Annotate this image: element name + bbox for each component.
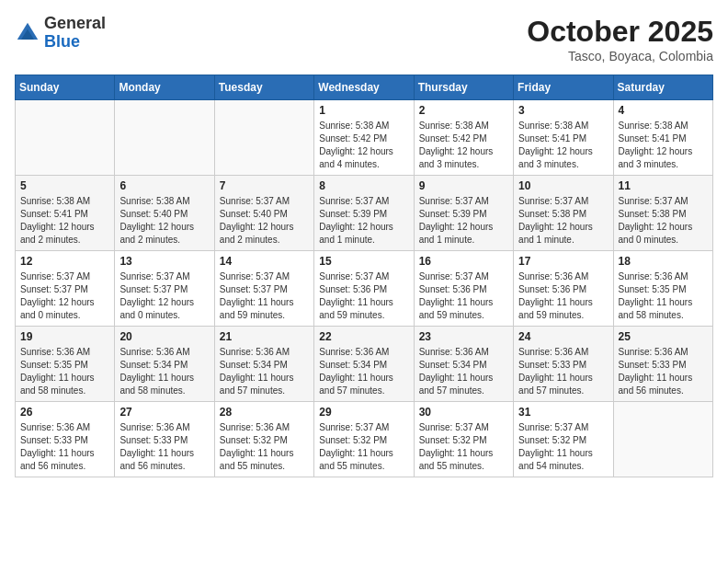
day-number: 8: [319, 179, 408, 192]
calendar-week-row: 19Sunrise: 5:36 AM Sunset: 5:35 PM Dayli…: [16, 327, 713, 402]
day-number: 9: [419, 179, 508, 192]
weekday-header-sunday: Sunday: [16, 75, 115, 100]
day-info: Sunrise: 5:37 AM Sunset: 5:32 PM Dayligh…: [419, 421, 508, 473]
day-number: 14: [220, 255, 309, 268]
calendar-cell: 30Sunrise: 5:37 AM Sunset: 5:32 PM Dayli…: [414, 402, 513, 477]
day-number: 30: [419, 406, 508, 419]
day-info: Sunrise: 5:37 AM Sunset: 5:40 PM Dayligh…: [220, 195, 309, 247]
day-number: 12: [20, 255, 109, 268]
day-number: 23: [419, 330, 508, 343]
day-info: Sunrise: 5:36 AM Sunset: 5:34 PM Dayligh…: [220, 346, 309, 397]
title-section: October 2025 Tasco, Boyaca, Colombia: [527, 15, 713, 63]
calendar-cell: 22Sunrise: 5:36 AM Sunset: 5:34 PM Dayli…: [314, 327, 414, 402]
day-info: Sunrise: 5:37 AM Sunset: 5:37 PM Dayligh…: [119, 270, 209, 322]
calendar-cell: 4Sunrise: 5:38 AM Sunset: 5:41 PM Daylig…: [613, 100, 712, 176]
day-info: Sunrise: 5:36 AM Sunset: 5:33 PM Dayligh…: [20, 421, 109, 473]
day-info: Sunrise: 5:36 AM Sunset: 5:34 PM Dayligh…: [319, 346, 408, 397]
day-number: 19: [20, 330, 109, 343]
day-number: 13: [119, 255, 209, 268]
month-title: October 2025: [527, 15, 713, 49]
logo-icon: [15, 20, 40, 46]
day-number: 27: [119, 406, 209, 419]
calendar-week-row: 12Sunrise: 5:37 AM Sunset: 5:37 PM Dayli…: [16, 251, 713, 327]
day-number: 10: [518, 179, 608, 192]
calendar-cell: 7Sunrise: 5:37 AM Sunset: 5:40 PM Daylig…: [214, 176, 313, 251]
day-info: Sunrise: 5:37 AM Sunset: 5:38 PM Dayligh…: [619, 195, 708, 247]
day-info: Sunrise: 5:37 AM Sunset: 5:32 PM Dayligh…: [518, 421, 608, 473]
day-number: 17: [518, 255, 608, 268]
day-info: Sunrise: 5:38 AM Sunset: 5:40 PM Dayligh…: [119, 195, 209, 247]
day-info: Sunrise: 5:38 AM Sunset: 5:41 PM Dayligh…: [20, 195, 109, 247]
calendar-cell: 2Sunrise: 5:38 AM Sunset: 5:42 PM Daylig…: [414, 100, 513, 176]
calendar-cell: 12Sunrise: 5:37 AM Sunset: 5:37 PM Dayli…: [16, 251, 115, 327]
calendar-cell: 11Sunrise: 5:37 AM Sunset: 5:38 PM Dayli…: [613, 176, 712, 251]
day-info: Sunrise: 5:36 AM Sunset: 5:35 PM Dayligh…: [20, 346, 109, 397]
day-number: 1: [319, 104, 408, 117]
logo: General Blue: [15, 15, 106, 52]
calendar-cell: 16Sunrise: 5:37 AM Sunset: 5:36 PM Dayli…: [414, 251, 513, 327]
day-number: 28: [220, 406, 309, 419]
day-info: Sunrise: 5:38 AM Sunset: 5:41 PM Dayligh…: [619, 120, 708, 171]
day-info: Sunrise: 5:38 AM Sunset: 5:42 PM Dayligh…: [319, 120, 408, 171]
day-number: 22: [319, 330, 408, 343]
day-number: 16: [419, 255, 508, 268]
calendar-cell: 20Sunrise: 5:36 AM Sunset: 5:34 PM Dayli…: [115, 327, 214, 402]
day-info: Sunrise: 5:37 AM Sunset: 5:37 PM Dayligh…: [20, 270, 109, 322]
calendar-cell: 18Sunrise: 5:36 AM Sunset: 5:35 PM Dayli…: [613, 251, 712, 327]
day-info: Sunrise: 5:37 AM Sunset: 5:39 PM Dayligh…: [419, 195, 508, 247]
day-info: Sunrise: 5:37 AM Sunset: 5:39 PM Dayligh…: [319, 195, 408, 247]
weekday-header-monday: Monday: [115, 75, 214, 100]
day-number: 2: [419, 104, 508, 117]
calendar-cell: 6Sunrise: 5:38 AM Sunset: 5:40 PM Daylig…: [115, 176, 214, 251]
day-info: Sunrise: 5:37 AM Sunset: 5:37 PM Dayligh…: [220, 270, 309, 322]
calendar-week-row: 1Sunrise: 5:38 AM Sunset: 5:42 PM Daylig…: [16, 100, 713, 176]
calendar-cell: 3Sunrise: 5:38 AM Sunset: 5:41 PM Daylig…: [514, 100, 613, 176]
calendar-cell: [115, 100, 214, 176]
day-info: Sunrise: 5:36 AM Sunset: 5:36 PM Dayligh…: [518, 270, 608, 322]
day-number: 21: [220, 330, 309, 343]
day-info: Sunrise: 5:36 AM Sunset: 5:34 PM Dayligh…: [419, 346, 508, 397]
calendar-cell: 29Sunrise: 5:37 AM Sunset: 5:32 PM Dayli…: [314, 402, 414, 477]
day-number: 29: [319, 406, 408, 419]
day-info: Sunrise: 5:38 AM Sunset: 5:41 PM Dayligh…: [518, 120, 608, 171]
calendar-cell: 31Sunrise: 5:37 AM Sunset: 5:32 PM Dayli…: [514, 402, 613, 477]
calendar-cell: 10Sunrise: 5:37 AM Sunset: 5:38 PM Dayli…: [514, 176, 613, 251]
day-info: Sunrise: 5:37 AM Sunset: 5:36 PM Dayligh…: [319, 270, 408, 322]
weekday-header-friday: Friday: [514, 75, 613, 100]
calendar-cell: 5Sunrise: 5:38 AM Sunset: 5:41 PM Daylig…: [16, 176, 115, 251]
day-info: Sunrise: 5:38 AM Sunset: 5:42 PM Dayligh…: [419, 120, 508, 171]
weekday-header-row: SundayMondayTuesdayWednesdayThursdayFrid…: [16, 75, 713, 100]
calendar-week-row: 5Sunrise: 5:38 AM Sunset: 5:41 PM Daylig…: [16, 176, 713, 251]
weekday-header-thursday: Thursday: [414, 75, 513, 100]
day-number: 26: [20, 406, 109, 419]
calendar-cell: 8Sunrise: 5:37 AM Sunset: 5:39 PM Daylig…: [314, 176, 414, 251]
day-info: Sunrise: 5:36 AM Sunset: 5:32 PM Dayligh…: [220, 421, 309, 473]
calendar-table: SundayMondayTuesdayWednesdayThursdayFrid…: [15, 75, 713, 477]
day-number: 4: [619, 104, 708, 117]
day-number: 7: [220, 179, 309, 192]
day-info: Sunrise: 5:36 AM Sunset: 5:34 PM Dayligh…: [119, 346, 209, 397]
calendar-cell: 26Sunrise: 5:36 AM Sunset: 5:33 PM Dayli…: [16, 402, 115, 477]
day-number: 15: [319, 255, 408, 268]
location: Tasco, Boyaca, Colombia: [527, 49, 713, 63]
weekday-header-tuesday: Tuesday: [214, 75, 313, 100]
calendar-cell: [16, 100, 115, 176]
day-number: 18: [619, 255, 708, 268]
day-number: 31: [518, 406, 608, 419]
day-info: Sunrise: 5:36 AM Sunset: 5:33 PM Dayligh…: [119, 421, 209, 473]
day-number: 5: [20, 179, 109, 192]
calendar-cell: [613, 402, 712, 477]
calendar-cell: 23Sunrise: 5:36 AM Sunset: 5:34 PM Dayli…: [414, 327, 513, 402]
weekday-header-saturday: Saturday: [613, 75, 712, 100]
day-info: Sunrise: 5:36 AM Sunset: 5:33 PM Dayligh…: [619, 346, 708, 397]
day-number: 24: [518, 330, 608, 343]
day-info: Sunrise: 5:37 AM Sunset: 5:36 PM Dayligh…: [419, 270, 508, 322]
day-number: 25: [619, 330, 708, 343]
calendar-cell: 28Sunrise: 5:36 AM Sunset: 5:32 PM Dayli…: [214, 402, 313, 477]
day-info: Sunrise: 5:36 AM Sunset: 5:35 PM Dayligh…: [619, 270, 708, 322]
weekday-header-wednesday: Wednesday: [314, 75, 414, 100]
calendar-week-row: 26Sunrise: 5:36 AM Sunset: 5:33 PM Dayli…: [16, 402, 713, 477]
day-info: Sunrise: 5:37 AM Sunset: 5:38 PM Dayligh…: [518, 195, 608, 247]
day-number: 11: [619, 179, 708, 192]
calendar-cell: 25Sunrise: 5:36 AM Sunset: 5:33 PM Dayli…: [613, 327, 712, 402]
